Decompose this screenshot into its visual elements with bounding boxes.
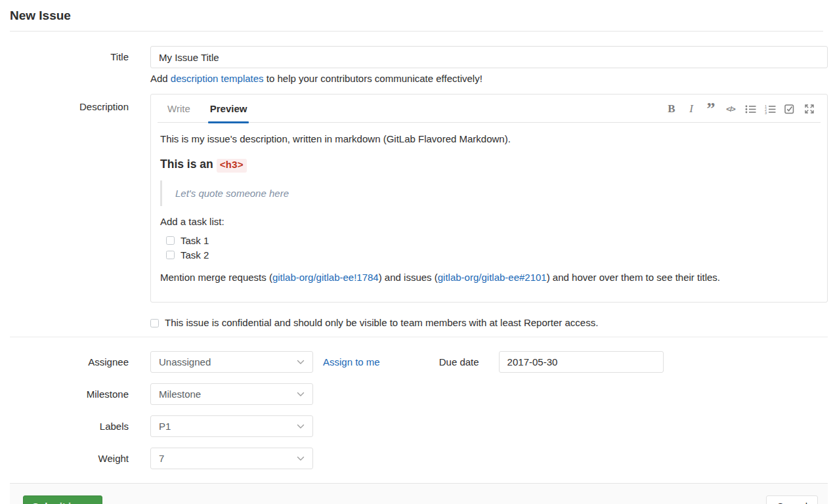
bold-icon[interactable]: B	[666, 103, 677, 115]
svg-text:3: 3	[765, 111, 767, 114]
due-date-input[interactable]	[499, 351, 664, 373]
quote-icon[interactable]: ”	[705, 103, 717, 115]
assign-to-me-link[interactable]: Assign to me	[323, 356, 380, 368]
milestone-dropdown[interactable]: Milestone	[150, 383, 313, 405]
description-row: Description Write Preview B I ” </>	[10, 94, 828, 303]
preview-intro: This is my issue's description, written …	[160, 132, 818, 146]
milestone-dropdown-value: Milestone	[159, 388, 201, 400]
weight-label: Weight	[10, 453, 129, 464]
preview-heading: This is an<h3>	[160, 158, 818, 171]
task-list-intro: Add a task list:	[160, 215, 818, 229]
editor-tabs: Write Preview	[158, 94, 257, 122]
cancel-button[interactable]: Cancel	[766, 495, 818, 504]
assignee-dropdown[interactable]: Unassigned	[150, 351, 313, 373]
tab-preview[interactable]: Preview	[208, 94, 249, 122]
new-issue-form: Title Add description templates to help …	[10, 32, 828, 469]
markdown-header: Write Preview B I ” </>	[158, 94, 821, 123]
section-divider	[10, 337, 828, 337]
weight-dropdown[interactable]: 7	[150, 448, 313, 469]
labels-dropdown-value: P1	[159, 421, 171, 432]
milestone-row: Milestone Milestone	[10, 383, 828, 405]
issue-link[interactable]: gitlab-org/gitlab-ee#2101	[438, 272, 547, 283]
italic-icon[interactable]: I	[685, 103, 697, 115]
task-item: Task 2	[166, 248, 818, 262]
markdown-toolbar: B I ” </>	[666, 103, 821, 122]
preview-heading-text: This is an	[160, 158, 213, 171]
labels-label: Labels	[10, 421, 129, 432]
tab-write[interactable]: Write	[165, 94, 192, 122]
preview-blockquote: Let's quote someone here	[160, 180, 818, 206]
confidential-row: This issue is confidential and should on…	[150, 317, 828, 328]
chevron-down-icon	[297, 360, 305, 365]
title-input[interactable]	[150, 46, 828, 68]
mention-pre: Mention merge requests (	[160, 272, 272, 283]
title-row: Title	[10, 46, 828, 68]
labels-row: Labels P1	[10, 415, 828, 437]
chevron-down-icon	[297, 392, 305, 397]
confidential-checkbox[interactable]	[150, 319, 159, 327]
markdown-preview: This is my issue's description, written …	[151, 123, 827, 302]
merge-request-link[interactable]: gitlab-org/gitlab-ee!1784	[272, 272, 379, 283]
task2-checkbox[interactable]	[166, 251, 175, 259]
due-date-label: Due date	[439, 356, 479, 368]
task1-checkbox[interactable]	[166, 236, 175, 245]
mention-mid: ) and issues (	[379, 272, 438, 283]
mention-paragraph: Mention merge requests (gitlab-org/gitla…	[160, 270, 818, 285]
form-actions-footer: Submit issue Cancel	[10, 483, 828, 504]
confidential-label: This issue is confidential and should on…	[165, 317, 598, 328]
fullscreen-icon[interactable]	[803, 103, 815, 115]
page-header: New Issue	[10, 0, 823, 32]
weight-dropdown-value: 7	[159, 453, 164, 464]
task-list-icon[interactable]	[784, 103, 796, 115]
code-icon[interactable]: </>	[725, 103, 737, 115]
assignee-label: Assignee	[10, 356, 129, 368]
task2-label: Task 2	[181, 249, 209, 261]
task1-label: Task 1	[181, 235, 209, 246]
preview-heading-code: <h3>	[217, 159, 247, 173]
description-label: Description	[10, 94, 129, 112]
mention-post: ) and hover over them to see their title…	[547, 272, 720, 283]
title-label: Title	[10, 46, 129, 62]
labels-dropdown[interactable]: P1	[150, 415, 313, 437]
numbered-list-icon[interactable]: 1 2 3	[764, 103, 776, 115]
task-list: Task 1 Task 2	[166, 234, 818, 262]
page: New Issue Title Add description template…	[0, 0, 833, 504]
bullet-list-icon[interactable]	[744, 103, 756, 115]
markdown-editor: Write Preview B I ” </>	[150, 94, 828, 303]
weight-row: Weight 7	[10, 448, 828, 469]
template-hint: Add description templates to help your c…	[150, 73, 828, 84]
page-title: New Issue	[10, 9, 823, 23]
chevron-down-icon	[297, 424, 305, 429]
hint-suffix: to help your contributors communicate ef…	[264, 73, 482, 84]
chevron-down-icon	[297, 456, 305, 461]
assignee-row: Assignee Unassigned Assign to me Due dat…	[10, 351, 828, 373]
assignee-dropdown-value: Unassigned	[159, 356, 211, 368]
milestone-label: Milestone	[10, 388, 129, 400]
description-templates-link[interactable]: description templates	[171, 73, 264, 84]
hint-prefix: Add	[150, 73, 171, 84]
submit-issue-button[interactable]: Submit issue	[23, 495, 102, 504]
task-item: Task 1	[166, 234, 818, 248]
